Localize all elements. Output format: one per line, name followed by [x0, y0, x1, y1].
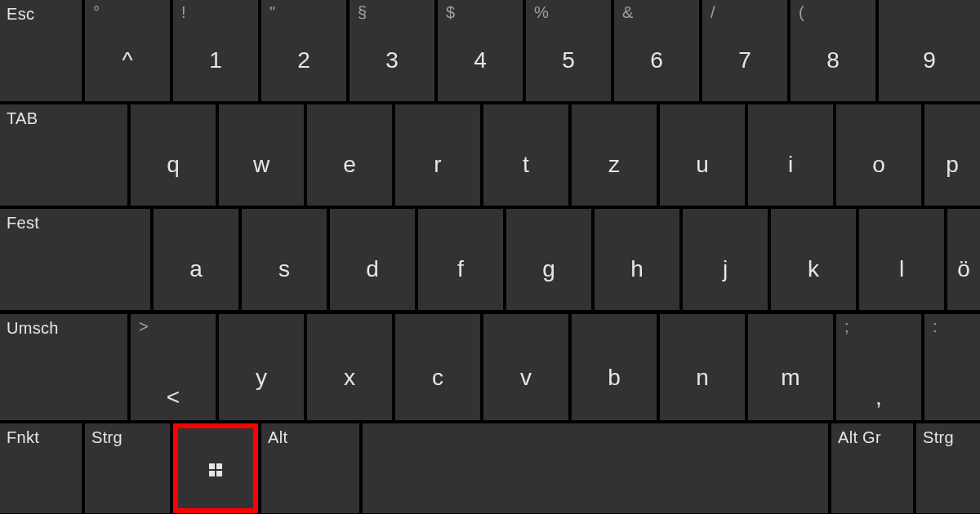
key-label: Fest	[7, 214, 39, 233]
key-d[interactable]: d	[330, 209, 415, 310]
key-label: Esc	[7, 5, 34, 24]
key-lower-label: <	[167, 384, 180, 410]
key-main-label: u	[696, 152, 709, 178]
key-main-label: m	[781, 365, 800, 391]
key-f[interactable]: f	[418, 209, 503, 310]
key-l[interactable]: l	[859, 209, 944, 310]
key-v[interactable]: v	[483, 314, 568, 420]
key-u[interactable]: u	[660, 104, 745, 206]
key-main-label: h	[630, 256, 644, 282]
key-a[interactable]: a	[154, 209, 238, 310]
key-m[interactable]: m	[748, 314, 833, 420]
key-main-label: g	[542, 256, 555, 282]
key-main-label: r	[434, 152, 441, 178]
key-main-label: d	[366, 256, 379, 282]
key-space[interactable]	[363, 423, 828, 513]
key-j[interactable]: j	[683, 209, 768, 310]
key-label: Fnkt	[7, 428, 39, 447]
key-main-label: a	[189, 256, 203, 282]
key-q[interactable]: q	[131, 104, 216, 206]
key-main-label: s	[278, 256, 290, 282]
key-main-label: i	[788, 152, 793, 178]
key-main-label: l	[899, 256, 904, 282]
key-fn[interactable]: Fnkt	[0, 423, 82, 513]
key-h[interactable]: h	[595, 209, 679, 310]
key-main-label: ^	[122, 47, 132, 73]
key-main-label: n	[696, 365, 709, 391]
key-o[interactable]: o	[836, 104, 921, 206]
key-alt[interactable]: Alt	[261, 423, 359, 513]
windows-icon	[209, 463, 222, 476]
key-lt[interactable]: ><	[131, 314, 216, 420]
key-e[interactable]: e	[307, 104, 392, 206]
key-main-label: x	[344, 365, 355, 391]
key-shift-label: %	[534, 3, 549, 22]
key-ctrl-r[interactable]: Strg	[916, 423, 980, 513]
key-1[interactable]: !1	[173, 0, 258, 101]
key-main-label: 6	[650, 47, 663, 73]
key-main-label: 2	[297, 47, 310, 73]
key-c[interactable]: c	[395, 314, 480, 420]
key-i[interactable]: i	[748, 104, 833, 206]
key-p[interactable]: p	[924, 104, 980, 206]
key-shift-label: $	[446, 3, 455, 22]
key-6[interactable]: &6	[614, 0, 699, 101]
key-w[interactable]: w	[219, 104, 304, 206]
key-k[interactable]: k	[771, 209, 856, 310]
key-z[interactable]: z	[572, 104, 657, 206]
key-main-label: p	[946, 152, 959, 178]
key-esc[interactable]: Esc	[0, 0, 82, 101]
key-shift-label: °	[93, 3, 100, 22]
key-shift-label: &	[622, 3, 633, 22]
key-b[interactable]: b	[572, 314, 657, 420]
key-5[interactable]: %5	[526, 0, 611, 101]
key-label: Strg	[923, 428, 954, 447]
key-main-label: ö	[957, 256, 970, 282]
key-grave[interactable]: °^	[85, 0, 170, 101]
key-main-label: 7	[738, 47, 751, 73]
key-main-label: q	[167, 152, 180, 178]
key-altgr[interactable]: Alt Gr	[831, 423, 913, 513]
key-oe[interactable]: ö	[947, 209, 980, 310]
key-r[interactable]: r	[395, 104, 480, 206]
key-g[interactable]: g	[506, 209, 591, 310]
onscreen-keyboard: Esc°^!1"2§3$4%5&6/7(89TABqwertzuiopFesta…	[0, 0, 980, 514]
key-shift[interactable]: Umsch	[0, 314, 127, 420]
key-win[interactable]	[173, 423, 258, 513]
key-comma[interactable]: ;,	[836, 314, 921, 420]
key-main-label: f	[457, 256, 464, 282]
key-8[interactable]: (8	[791, 0, 875, 101]
key-ctrl-l[interactable]: Strg	[85, 423, 170, 513]
key-shift-label: "	[270, 3, 275, 22]
key-3[interactable]: §3	[350, 0, 434, 101]
key-label: Alt Gr	[838, 428, 881, 447]
key-shift-label: §	[358, 3, 367, 22]
key-x[interactable]: x	[307, 314, 392, 420]
key-7[interactable]: /7	[702, 0, 787, 101]
key-main-label: 5	[562, 47, 575, 73]
key-main-label: 9	[923, 47, 936, 73]
key-main-label: j	[723, 256, 728, 282]
key-n[interactable]: n	[660, 314, 745, 420]
key-main-label: 4	[474, 47, 487, 73]
key-shift-label: (	[799, 3, 804, 22]
key-main-label: w	[253, 152, 270, 178]
key-4[interactable]: $4	[438, 0, 523, 101]
key-label: TAB	[7, 109, 38, 128]
key-s[interactable]: s	[242, 209, 327, 310]
key-9[interactable]: 9	[879, 0, 980, 101]
key-main-label: 3	[385, 47, 399, 73]
key-shift-label: :	[933, 317, 938, 336]
key-caps[interactable]: Fest	[0, 209, 150, 310]
key-main-label: v	[520, 365, 532, 391]
key-2[interactable]: "2	[261, 0, 346, 101]
key-main-label: y	[256, 365, 267, 391]
key-label: Strg	[91, 428, 122, 447]
key-tab[interactable]: TAB	[0, 104, 127, 206]
key-lower-label: ,	[875, 384, 882, 410]
key-main-label: t	[523, 152, 529, 178]
key-y[interactable]: y	[219, 314, 304, 420]
key-period[interactable]: :	[924, 314, 980, 420]
key-shift-label: !	[181, 3, 186, 22]
key-t[interactable]: t	[483, 104, 568, 206]
